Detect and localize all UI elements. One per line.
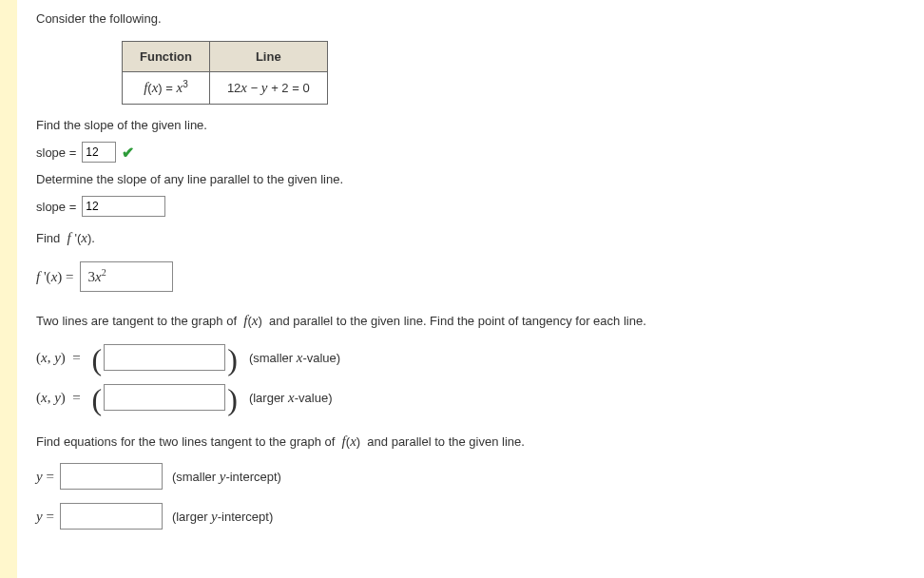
- q4-xy-label-1: (x, y) =: [36, 350, 85, 366]
- q1-input[interactable]: [82, 142, 116, 163]
- q4-input-larger[interactable]: [104, 384, 225, 411]
- main-content: Consider the following. Function Line f(…: [17, 0, 924, 578]
- check-icon: ✔: [122, 144, 134, 162]
- q1-label: slope =: [36, 145, 76, 160]
- table-header-line: Line: [209, 42, 327, 72]
- q2-label: slope =: [36, 200, 76, 214]
- q4-input-smaller[interactable]: [104, 344, 225, 371]
- q5-hint-smaller: (smaller y-intercept): [172, 469, 281, 485]
- close-paren-icon: ): [227, 384, 238, 414]
- close-paren-icon: ): [227, 344, 238, 375]
- q4-xy-label-2: (x, y) =: [36, 390, 85, 406]
- q2-input[interactable]: [82, 196, 165, 217]
- q5-input-larger[interactable]: [60, 503, 163, 530]
- q5-input-smaller[interactable]: [60, 463, 163, 490]
- q2-prompt: Determine the slope of any line parallel…: [36, 172, 905, 186]
- open-paren-icon: (: [92, 384, 103, 414]
- q3-label: f '(x) =: [36, 269, 74, 285]
- q5-y-label-1: y =: [36, 469, 54, 485]
- q5-y-label-2: y =: [36, 509, 54, 525]
- q4-prompt: Two lines are tangent to the graph of f(…: [36, 313, 905, 329]
- page-left-accent: [0, 0, 17, 578]
- q5-hint-larger: (larger y-intercept): [172, 509, 273, 525]
- q5-prompt: Find equations for the two lines tangent…: [36, 434, 905, 450]
- open-paren-icon: (: [92, 344, 103, 375]
- table-cell-function: f(x) = x3: [123, 72, 210, 105]
- q1-prompt: Find the slope of the given line.: [36, 118, 905, 132]
- function-line-table: Function Line f(x) = x3 12x − y + 2 = 0: [122, 41, 328, 105]
- q3-input-box[interactable]: 3x2: [80, 261, 173, 292]
- q3-prompt: Find f '(x).: [36, 230, 905, 246]
- table-cell-line: 12x − y + 2 = 0: [209, 72, 327, 105]
- q4-hint-larger: (larger x-value): [249, 390, 333, 406]
- intro-text: Consider the following.: [36, 11, 905, 26]
- table-header-function: Function: [123, 42, 210, 72]
- q4-hint-smaller: (smaller x-value): [249, 350, 340, 366]
